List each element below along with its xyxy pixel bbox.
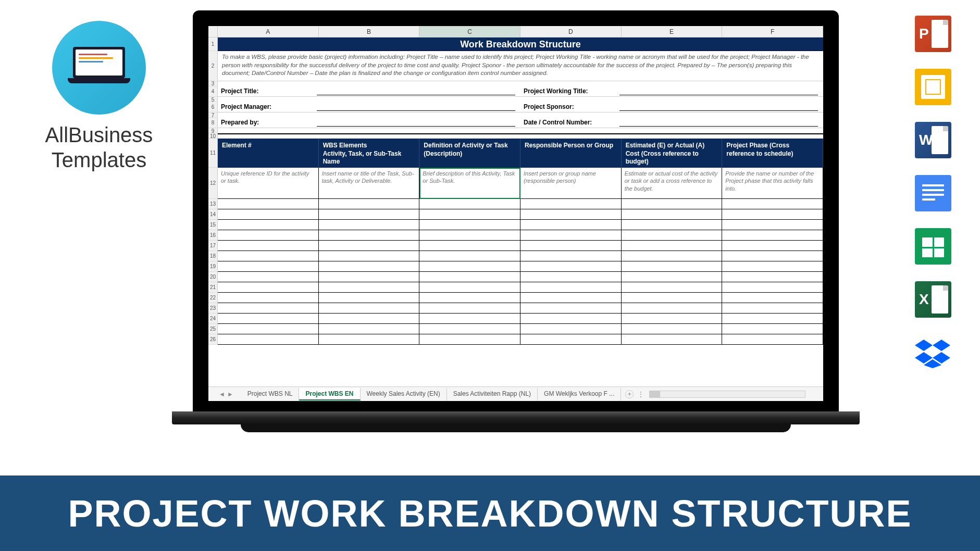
table-cell[interactable]: [520, 293, 622, 303]
table-cell[interactable]: [419, 241, 520, 251]
info-row-manager[interactable]: Project Manager: Project Sponsor:: [218, 102, 823, 112]
table-cell[interactable]: [520, 230, 622, 241]
table-cell[interactable]: [419, 293, 520, 303]
table-cell[interactable]: [319, 272, 420, 282]
table-cell[interactable]: [722, 314, 823, 324]
table-cell[interactable]: [319, 334, 420, 345]
table-cell[interactable]: [622, 230, 723, 241]
table-cell[interactable]: [520, 199, 622, 209]
table-cell[interactable]: [520, 209, 622, 220]
hint-phase[interactable]: Provide the name or number of the Projec…: [722, 168, 823, 199]
table-cell[interactable]: [520, 324, 622, 334]
project-title-input[interactable]: [317, 86, 515, 95]
table-cell[interactable]: [622, 241, 723, 251]
table-cell[interactable]: [419, 209, 520, 220]
sheet-tab[interactable]: Weekly Sales Activity (EN): [361, 388, 447, 400]
table-cell[interactable]: [419, 199, 520, 209]
table-cell[interactable]: [419, 324, 520, 334]
table-cell[interactable]: [722, 251, 823, 261]
table-cell[interactable]: [319, 199, 420, 209]
col-wbs[interactable]: WBS Elements Activity, Task, or Sub-Task…: [319, 139, 420, 168]
project-sponsor-input[interactable]: [619, 102, 818, 111]
table-cell[interactable]: [622, 334, 723, 345]
hint-wbs[interactable]: Insert name or title of the Task, Sub-ta…: [319, 168, 420, 199]
add-sheet-button[interactable]: +: [625, 390, 634, 398]
table-cell[interactable]: [218, 230, 319, 241]
table-cell[interactable]: [419, 282, 520, 293]
table-cell[interactable]: [722, 199, 823, 209]
table-cell[interactable]: [319, 209, 420, 220]
prepared-by-input[interactable]: [317, 118, 515, 127]
table-cell[interactable]: [520, 261, 622, 272]
date-control-input[interactable]: [619, 118, 818, 127]
table-cell[interactable]: [218, 241, 319, 251]
table-cell[interactable]: [319, 230, 420, 241]
table-cell[interactable]: [419, 261, 520, 272]
hint-estimated[interactable]: Estimate or actual cost of the activity …: [622, 168, 723, 199]
sheet-tab[interactable]: Project WBS EN: [299, 388, 360, 400]
table-cell[interactable]: [218, 282, 319, 293]
table-cell[interactable]: [218, 324, 319, 334]
col-element[interactable]: Element #: [218, 139, 319, 168]
table-cell[interactable]: [419, 303, 520, 314]
hint-definition-active-cell[interactable]: Brief description of this Activity, Task…: [419, 168, 520, 199]
table-cell[interactable]: [419, 272, 520, 282]
column-header-e[interactable]: E: [622, 26, 723, 37]
table-cell[interactable]: [218, 334, 319, 345]
table-cell[interactable]: [520, 220, 622, 230]
table-cell[interactable]: [520, 251, 622, 261]
table-cell[interactable]: [319, 220, 420, 230]
sheet-tab[interactable]: Project WBS NL: [241, 388, 300, 400]
table-cell[interactable]: [319, 261, 420, 272]
horizontal-scrollbar[interactable]: [649, 391, 805, 398]
col-definition[interactable]: Definition of Activity or Task (Descript…: [419, 139, 520, 168]
col-responsible[interactable]: Responsible Person or Group: [520, 139, 622, 168]
info-row-title[interactable]: Project Title: Project Working Title:: [218, 86, 823, 97]
info-row-prepared[interactable]: Prepared by: Date / Control Number:: [218, 118, 823, 128]
table-cell[interactable]: [622, 314, 723, 324]
column-header-f[interactable]: F: [722, 26, 823, 37]
sheet-description[interactable]: To make a WBS, please provide basic (pro…: [218, 51, 823, 81]
sheet-title[interactable]: Work Breakdown Structure: [218, 37, 823, 51]
col-estimated[interactable]: Estimated (E) or Actual (A) Cost (Cross …: [622, 139, 723, 168]
sheet-tab[interactable]: GM Wekljks Verkoop F ...: [538, 388, 621, 400]
table-cell[interactable]: [622, 220, 723, 230]
table-cell[interactable]: [319, 241, 420, 251]
table-cell[interactable]: [622, 199, 723, 209]
table-cell[interactable]: [622, 293, 723, 303]
table-cell[interactable]: [218, 199, 319, 209]
table-cell[interactable]: [622, 261, 723, 272]
table-cell[interactable]: [520, 241, 622, 251]
col-phase[interactable]: Project Phase (Cross reference to schedu…: [722, 139, 823, 168]
table-cell[interactable]: [622, 324, 723, 334]
table-cell[interactable]: [520, 314, 622, 324]
table-cell[interactable]: [722, 293, 823, 303]
table-cell[interactable]: [218, 251, 319, 261]
table-cell[interactable]: [520, 303, 622, 314]
table-cell[interactable]: [319, 251, 420, 261]
table-cell[interactable]: [520, 282, 622, 293]
table-cell[interactable]: [319, 282, 420, 293]
column-header-c[interactable]: C: [419, 26, 520, 37]
table-cell[interactable]: [722, 272, 823, 282]
table-cell[interactable]: [419, 334, 520, 345]
working-title-input[interactable]: [619, 86, 818, 95]
table-cell[interactable]: [419, 230, 520, 241]
table-cell[interactable]: [218, 293, 319, 303]
column-header-d[interactable]: D: [520, 26, 622, 37]
table-cell[interactable]: [319, 303, 420, 314]
column-header-a[interactable]: A: [218, 26, 319, 37]
table-cell[interactable]: [419, 220, 520, 230]
sheet-tab[interactable]: Sales Activiteiten Rapp (NL): [447, 388, 538, 400]
hint-element[interactable]: Unique reference ID for the activity or …: [218, 168, 319, 199]
table-cell[interactable]: [218, 303, 319, 314]
table-cell[interactable]: [722, 261, 823, 272]
table-cell[interactable]: [722, 230, 823, 241]
table-cell[interactable]: [218, 272, 319, 282]
table-cell[interactable]: [622, 282, 723, 293]
table-cell[interactable]: [319, 293, 420, 303]
table-cell[interactable]: [218, 209, 319, 220]
table-cell[interactable]: [622, 272, 723, 282]
table-cell[interactable]: [218, 314, 319, 324]
table-cell[interactable]: [722, 303, 823, 314]
